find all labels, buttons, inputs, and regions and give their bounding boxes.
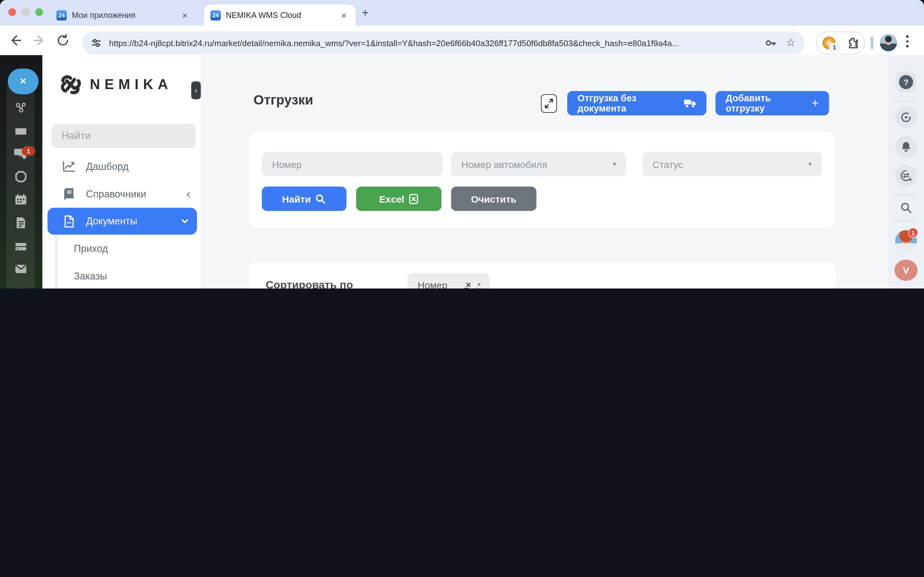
- sort-value: Номер: [418, 279, 461, 288]
- extensions-puzzle-icon[interactable]: [846, 37, 859, 49]
- app-area: × 1: [0, 55, 924, 288]
- url-text[interactable]: https://b24-nj8cpt.bitrix24.ru/market/de…: [109, 38, 679, 48]
- sidebar-search[interactable]: [51, 124, 196, 148]
- bitrix-right-panel: ? 1 V: [888, 55, 924, 288]
- sidebar-nav: Дашборд Справочники ‹ Документы Приход З…: [42, 153, 202, 288]
- sidebar-item-directories[interactable]: Справочники ‹: [42, 180, 202, 208]
- window-close-button[interactable]: [8, 8, 16, 16]
- button-label: Очистить: [471, 193, 517, 204]
- submenu-item-orders[interactable]: Заказы: [55, 262, 202, 288]
- messenger-badge: 1: [22, 146, 35, 156]
- submenu-label: Приход: [74, 243, 108, 254]
- button-label: Найти: [282, 193, 311, 204]
- bitrix24-favicon: 24: [57, 10, 67, 20]
- bitrix-left-rail: × 1: [0, 55, 42, 288]
- select-placeholder: Статус: [653, 159, 683, 169]
- address-bar[interactable]: https://b24-nj8cpt.bitrix24.ru/market/de…: [82, 31, 804, 55]
- browser-menu-icon[interactable]: [906, 35, 909, 49]
- excel-file-icon: [409, 193, 418, 204]
- sort-descending-icon[interactable]: ▼: [463, 286, 470, 288]
- tab-label: NEMIKA WMS Cloud: [226, 11, 334, 19]
- assistant-avatar[interactable]: 1: [895, 230, 917, 252]
- sidebar-collapse-button[interactable]: ‹: [191, 81, 201, 99]
- excel-export-button[interactable]: Excel: [356, 187, 441, 211]
- site-settings-icon[interactable]: [91, 38, 102, 48]
- calendar-icon[interactable]: [13, 192, 28, 207]
- panel-divider: [895, 221, 918, 221]
- main-content: Отгрузки Отгрузка без документа Добавить…: [202, 55, 888, 288]
- filters-card: Номер автомобиля ▼ Статус ▼ Найти Excel …: [249, 132, 835, 228]
- submenu-item-incoming[interactable]: Приход: [55, 235, 202, 262]
- tab-nemika-wms[interactable]: 24 NEMIKA WMS Cloud ×: [204, 5, 355, 26]
- sidebar-item-label: Дашборд: [86, 161, 191, 172]
- tab-close-icon[interactable]: ×: [339, 10, 349, 20]
- truck-icon: [684, 98, 696, 108]
- browser-profile-avatar[interactable]: [880, 34, 897, 51]
- extensions-pill[interactable]: 1: [816, 31, 865, 55]
- reload-icon[interactable]: [56, 33, 70, 47]
- button-label: Добавить отгрузку: [726, 93, 806, 113]
- button-label: Отгрузка без документа: [577, 93, 678, 113]
- tab-close-icon[interactable]: ×: [180, 10, 190, 20]
- drive-icon[interactable]: [13, 239, 28, 253]
- bitrix24-favicon: 24: [210, 10, 221, 20]
- user-initial-avatar[interactable]: V: [895, 259, 918, 281]
- sidebar-item-label: Справочники: [86, 188, 186, 200]
- browser-window: 24 Мои приложения × 24 NEMIKA WMS Cloud …: [0, 0, 924, 288]
- search-icon: [315, 193, 326, 204]
- copilot-button[interactable]: [895, 106, 917, 128]
- logo-text: NEMIKA: [90, 76, 173, 93]
- tab-my-apps[interactable]: 24 Мои приложения ×: [50, 5, 196, 26]
- window-zoom-button[interactable]: [35, 8, 43, 16]
- select-placeholder: Номер автомобиля: [461, 159, 548, 169]
- sidebar-search-input[interactable]: [51, 124, 196, 148]
- forward-icon[interactable]: [32, 33, 46, 47]
- vehicle-filter-select[interactable]: Номер автомобиля ▼: [451, 152, 626, 176]
- button-label: Excel: [379, 193, 404, 204]
- support-chat-button[interactable]: [895, 165, 917, 187]
- panel-divider: [895, 101, 918, 102]
- results-card: Сортировать по Номер × ▼ ▼ △ Дата создан…: [249, 262, 835, 288]
- add-shipment-button[interactable]: Добавить отгрузку +: [716, 91, 829, 115]
- new-tab-button[interactable]: +: [362, 6, 368, 19]
- tab-strip: 24 Мои приложения × 24 NEMIKA WMS Cloud …: [0, 0, 924, 26]
- community-icon[interactable]: [13, 100, 28, 115]
- document-icon: [61, 214, 76, 229]
- help-button[interactable]: ?: [896, 72, 916, 92]
- dashboard-icon: [61, 159, 76, 174]
- sidebar-item-label: Документы: [86, 215, 180, 227]
- back-icon[interactable]: [8, 33, 23, 47]
- window-minimize-button[interactable]: [22, 8, 29, 16]
- documents-icon[interactable]: [13, 215, 28, 230]
- password-key-icon[interactable]: [764, 37, 777, 49]
- fullscreen-button[interactable]: [541, 94, 557, 113]
- submenu-label: Заказы: [74, 270, 107, 282]
- sites-icon[interactable]: [13, 123, 28, 138]
- shipment-without-document-button[interactable]: Отгрузка без документа: [567, 91, 706, 115]
- clear-filters-button[interactable]: Очистить: [451, 187, 536, 211]
- number-filter-input[interactable]: [262, 159, 443, 169]
- help-icon: ?: [899, 75, 913, 89]
- status-filter-select[interactable]: Статус ▼: [642, 152, 822, 176]
- book-icon: [61, 187, 76, 201]
- dropdown-caret-icon: ▼: [807, 161, 813, 167]
- tab-label: Мои приложения: [72, 11, 174, 19]
- groups-icon[interactable]: [13, 285, 28, 288]
- panel-divider: [895, 194, 918, 195]
- rail-close-button[interactable]: ×: [8, 69, 39, 94]
- crm-icon[interactable]: [13, 169, 28, 184]
- nemika-logo[interactable]: NEMIKA: [58, 72, 173, 97]
- sidebar-item-dashboard[interactable]: Дашборд: [42, 153, 202, 180]
- notifications-bell-button[interactable]: [895, 136, 917, 158]
- sort-ascending-icon[interactable]: △: [474, 286, 480, 288]
- panel-search-button[interactable]: [900, 201, 913, 214]
- documents-submenu: Приход Заказы Отгрузки: [55, 235, 202, 288]
- orange-extension-icon[interactable]: 1: [822, 37, 835, 49]
- sidebar-item-documents[interactable]: Документы: [47, 208, 197, 235]
- sort-by-label: Сортировать по: [266, 279, 353, 288]
- find-button[interactable]: Найти: [262, 187, 347, 211]
- number-filter-field[interactable]: [262, 152, 443, 176]
- bookmark-star-icon[interactable]: ☆: [786, 37, 796, 49]
- dropdown-caret-icon: ▼: [612, 161, 617, 167]
- mail-icon[interactable]: [13, 261, 28, 276]
